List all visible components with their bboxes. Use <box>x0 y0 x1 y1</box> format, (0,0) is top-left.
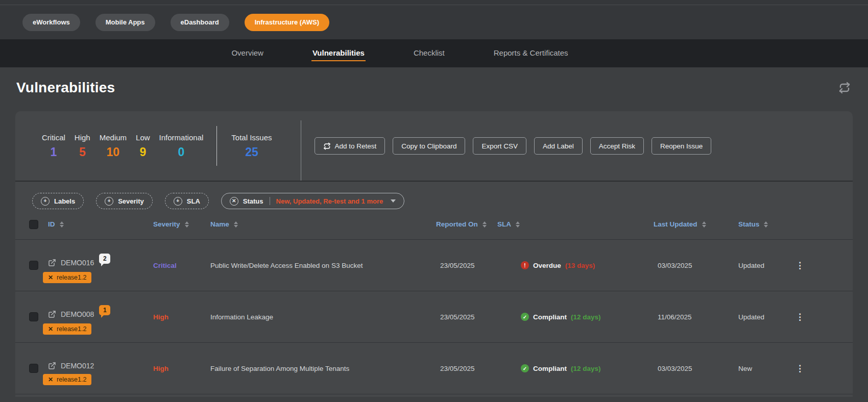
column-header-label: Last Updated <box>654 220 697 228</box>
remove-label-icon[interactable]: ✕ <box>48 274 53 281</box>
issue-id[interactable]: DEMO012 <box>61 362 94 370</box>
reported-on-cell: 23/05/2025 <box>436 365 497 372</box>
issue-id[interactable]: DEMO016 <box>61 259 94 267</box>
stat-low: Low 9 <box>136 133 150 159</box>
filter-severity-label: Severity <box>118 197 144 205</box>
tab-overview[interactable]: Overview <box>230 45 264 61</box>
row-menu-icon[interactable]: ⋮ <box>788 260 804 271</box>
sort-icon[interactable] <box>702 221 706 228</box>
add-to-retest-button[interactable]: Add to Retest <box>315 137 385 155</box>
label-chip-text: release1.2 <box>57 274 86 281</box>
stat-value: 9 <box>139 145 146 159</box>
add-label-button[interactable]: Add Label <box>534 137 583 155</box>
column-header-label: Name <box>210 220 229 228</box>
sort-icon[interactable] <box>234 221 238 228</box>
plus-circle-icon: + <box>105 197 113 206</box>
column-header-sla[interactable]: SLA <box>497 220 654 228</box>
workspace-pill-mobile-apps[interactable]: Mobile Apps <box>95 14 155 31</box>
issue-name: Failure of Separation Among Multiple Ten… <box>210 365 436 372</box>
column-header-id[interactable]: ID <box>48 220 153 228</box>
page-title: Vulnerabilities <box>16 80 115 96</box>
stat-label: Critical <box>42 133 65 142</box>
row-checkbox[interactable] <box>29 312 38 321</box>
sla-cell: ✓ Compliant (12 days) <box>497 364 654 372</box>
label-chip[interactable]: ✕ release1.2 <box>43 374 91 385</box>
remove-label-icon[interactable]: ✕ <box>48 376 53 383</box>
sla-days: (12 days) <box>571 365 601 372</box>
label-chip-text: release1.2 <box>57 325 86 333</box>
last-updated-cell: 03/03/2025 <box>654 262 731 269</box>
stat-label: Informational <box>159 133 204 142</box>
filter-sla[interactable]: + SLA <box>165 193 209 209</box>
remove-label-icon[interactable]: ✕ <box>48 325 53 333</box>
last-updated-cell: 11/06/2025 <box>654 313 731 321</box>
row-menu-icon[interactable]: ⋮ <box>788 363 804 374</box>
sort-icon[interactable] <box>516 221 520 228</box>
filter-severity[interactable]: + Severity <box>96 193 153 209</box>
label-chip[interactable]: ✕ release1.2 <box>43 272 91 283</box>
id-cell: DEMO016 2 ✕ release1.2 <box>48 258 153 283</box>
table-row[interactable]: DEMO012 ✕ release1.2 High Failure of Sep… <box>15 343 853 394</box>
column-header-label: ID <box>48 220 55 228</box>
row-checkbox[interactable] <box>29 364 38 373</box>
summary-actions-divider <box>301 120 301 181</box>
status-cell: Updated <box>731 313 788 321</box>
workspace-pill-eworkflows[interactable]: eWorkflows <box>22 14 80 31</box>
filter-status[interactable]: ✕ Status New, Updated, Re-test and 1 mor… <box>221 193 404 209</box>
workspace-bar: eWorkflows Mobile Apps eDashboard Infras… <box>0 5 868 39</box>
filter-labels[interactable]: + Labels <box>32 193 84 209</box>
row-menu-icon[interactable]: ⋮ <box>788 312 804 322</box>
external-link-icon[interactable] <box>48 310 56 318</box>
plus-circle-icon: + <box>174 197 182 206</box>
reported-on-cell: 23/05/2025 <box>436 262 497 269</box>
sla-cell: ! Overdue (13 days) <box>497 261 654 269</box>
column-header-name[interactable]: Name <box>210 220 436 228</box>
reported-on-cell: 23/05/2025 <box>436 313 497 321</box>
column-header-last-updated[interactable]: Last Updated <box>654 220 731 228</box>
row-separator <box>15 394 853 394</box>
stat-total-issues: Total Issues 25 <box>231 133 272 159</box>
copy-to-clipboard-button[interactable]: Copy to Clipboard <box>393 137 465 155</box>
select-all-checkbox[interactable] <box>29 220 38 229</box>
table-row[interactable]: DEMO008 1 ✕ release1.2 High Information … <box>15 291 853 342</box>
comment-count-badge[interactable]: 2 <box>99 254 110 264</box>
compliant-icon: ✓ <box>521 364 529 372</box>
refresh-icon[interactable] <box>838 82 851 94</box>
sla-state: Compliant <box>533 365 567 372</box>
tab-vulnerabilities[interactable]: Vulnerabilities <box>311 45 366 61</box>
sort-icon[interactable] <box>764 221 768 228</box>
accept-risk-button[interactable]: Accept Risk <box>590 137 644 155</box>
label-chip-text: release1.2 <box>57 376 86 383</box>
table-row[interactable]: DEMO016 2 ✕ release1.2 Critical Public W… <box>15 240 853 291</box>
stat-value: 10 <box>107 145 120 159</box>
workspace-pill-infrastructure-aws[interactable]: Infrastructure (AWS) <box>245 14 329 31</box>
stat-informational: Informational 0 <box>159 133 204 159</box>
tab-checklist[interactable]: Checklist <box>413 45 446 61</box>
issue-id[interactable]: DEMO008 <box>61 310 94 318</box>
stat-label: Total Issues <box>231 133 272 142</box>
sort-icon[interactable] <box>185 221 189 228</box>
id-cell: DEMO008 1 ✕ release1.2 <box>48 309 153 335</box>
column-header-status[interactable]: Status <box>731 220 788 228</box>
export-csv-button[interactable]: Export CSV <box>473 137 526 155</box>
overdue-icon: ! <box>521 261 529 269</box>
row-checkbox[interactable] <box>29 261 38 270</box>
plus-circle-icon: + <box>41 197 50 206</box>
sort-icon[interactable] <box>483 221 487 228</box>
reopen-issue-button[interactable]: Reopen Issue <box>652 137 711 155</box>
column-header-label: Reported On <box>436 220 478 228</box>
stat-value: 5 <box>79 145 86 159</box>
external-link-icon[interactable] <box>48 362 56 370</box>
comment-count-badge[interactable]: 1 <box>99 305 110 315</box>
window-top-strip <box>0 0 868 5</box>
column-header-label: Severity <box>153 220 180 228</box>
column-header-severity[interactable]: Severity <box>153 220 210 228</box>
clear-circle-icon[interactable]: ✕ <box>230 197 238 206</box>
section-nav: Overview Vulnerabilities Checklist Repor… <box>0 39 868 67</box>
label-chip[interactable]: ✕ release1.2 <box>43 323 91 335</box>
tab-reports-certificates[interactable]: Reports & Certificates <box>493 45 569 61</box>
column-header-reported-on[interactable]: Reported On <box>436 220 497 228</box>
sort-icon[interactable] <box>60 221 64 228</box>
external-link-icon[interactable] <box>48 259 56 267</box>
workspace-pill-edashboard[interactable]: eDashboard <box>171 14 229 31</box>
